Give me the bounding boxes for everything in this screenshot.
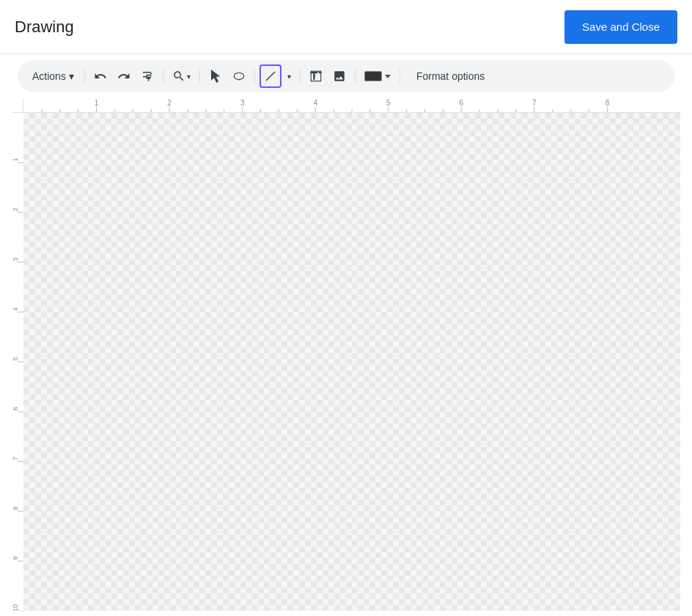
toolbar-divider-1: [84, 69, 85, 84]
zoom-button[interactable]: ▾: [168, 64, 195, 88]
toolbar: Actions ▾ ▾: [18, 60, 674, 92]
image-icon: [333, 70, 346, 83]
line-dropdown-arrow-icon: ▾: [287, 73, 291, 81]
zoom-arrow-icon: ▾: [187, 73, 191, 81]
lasso-icon: [232, 70, 246, 83]
select-icon: [209, 70, 222, 83]
format-options-label: Format options: [416, 70, 485, 82]
line-icon: [264, 70, 277, 83]
undo-icon: [94, 70, 107, 83]
color-swatch: [364, 71, 382, 81]
svg-text:T: T: [313, 74, 316, 78]
select-button[interactable]: [205, 64, 227, 88]
color-dropdown-arrow-icon: [385, 75, 391, 78]
toolbar-divider-5: [300, 69, 301, 84]
text-box-icon: T: [309, 70, 323, 83]
text-box-button[interactable]: T: [305, 64, 327, 88]
zoom-icon: [172, 70, 185, 83]
ruler-top: [23, 98, 680, 113]
line-dropdown-button[interactable]: ▾: [283, 64, 295, 88]
actions-button[interactable]: Actions ▾: [26, 64, 80, 88]
redo-icon: [117, 70, 130, 83]
ruler-canvas: [23, 98, 680, 113]
line-tool-button[interactable]: [260, 64, 281, 88]
paint-format-button[interactable]: [136, 64, 158, 88]
svg-point-0: [234, 73, 244, 80]
svg-line-1: [266, 72, 275, 81]
canvas-container: [12, 98, 680, 611]
redo-button[interactable]: [113, 64, 135, 88]
toolbar-divider-6: [355, 69, 356, 84]
ruler-corner: [12, 98, 23, 113]
actions-label: Actions: [32, 70, 66, 82]
ruler-left: [12, 113, 23, 611]
header: Drawing Save and Close: [0, 0, 692, 54]
format-options-button[interactable]: Format options: [408, 64, 493, 88]
toolbar-divider-4: [254, 69, 255, 84]
toolbar-divider-3: [199, 69, 200, 84]
paint-format-icon: [141, 70, 154, 83]
page-title: Drawing: [15, 18, 74, 37]
save-close-button[interactable]: Save and Close: [564, 10, 677, 44]
actions-arrow-icon: ▾: [69, 70, 74, 82]
image-button[interactable]: [328, 64, 350, 88]
checkerboard-background: [23, 113, 680, 611]
color-button[interactable]: [360, 64, 395, 88]
toolbar-divider-2: [163, 69, 163, 84]
ruler-left-canvas: [12, 113, 23, 611]
drawing-area[interactable]: [12, 113, 680, 611]
toolbar-divider-7: [400, 69, 400, 84]
undo-button[interactable]: [89, 64, 111, 88]
lasso-button[interactable]: [228, 64, 250, 88]
